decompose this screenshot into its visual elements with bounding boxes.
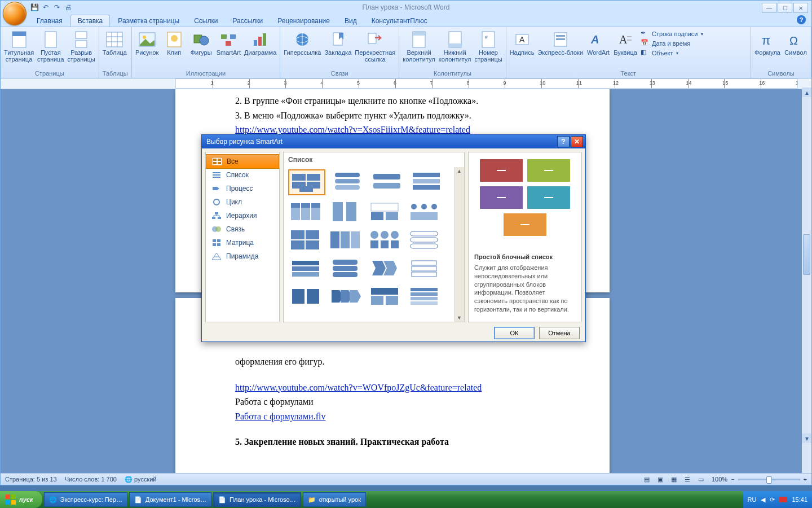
layout-item[interactable] [367,256,402,280]
signature-line-button[interactable]: ✒Строка подписи▾ [641,29,703,38]
tray-icon[interactable]: ⟳ [770,496,775,503]
status-wordcount[interactable]: Число слов: 1 700 [65,476,117,483]
undo-icon[interactable]: ↶ [41,3,50,12]
tab-mailings[interactable]: Рассылки [226,15,270,27]
close-button[interactable]: ✕ [793,3,808,13]
start-button[interactable]: пуск [0,491,42,508]
gallery-scrollbar[interactable] [454,167,464,322]
redo-icon[interactable]: ↷ [52,3,61,12]
blank-page-button[interactable]: Пустаястраница [37,28,64,63]
cover-page-button[interactable]: Титульнаястраница [4,28,34,63]
layout-item[interactable] [328,228,363,252]
minimize-button[interactable]: — [762,3,776,13]
cancel-button[interactable]: Отмена [539,327,580,339]
ok-button[interactable]: ОК [494,327,535,339]
chart-button[interactable]: Диаграмма [244,28,276,56]
category-process[interactable]: Процесс [206,182,279,195]
scroll-down-icon[interactable]: ▾ [802,433,811,443]
zoom-in-icon[interactable]: + [804,476,807,483]
category-pyramid[interactable]: Пирамида [206,249,279,263]
help-icon[interactable]: ? [797,15,806,24]
horizontal-ruler[interactable]: 1234567891011121314151617 [175,78,798,89]
kaspersky-icon[interactable] [779,497,787,502]
symbol-button[interactable]: ΩСимвол [784,28,807,56]
page-break-button[interactable]: Разрывстраницы [68,28,95,63]
layout-item[interactable] [367,228,402,252]
object-button[interactable]: ◧Объект▾ [641,49,703,58]
shapes-button[interactable]: Фигуры [189,28,213,56]
doc-hyperlink[interactable]: http://www.youtube.com/watch?v=WOVfpoJZg… [235,383,482,392]
view-outline-icon[interactable]: ☰ [685,476,690,483]
zoom-level[interactable]: 100% [712,476,727,483]
view-draft-icon[interactable]: ▭ [698,476,704,483]
layout-item[interactable] [328,256,363,280]
category-relationship[interactable]: Связь [206,222,279,236]
view-printlayout-icon[interactable]: ▤ [644,476,650,483]
pagenumber-button[interactable]: #Номерстраницы [474,28,502,63]
datetime-button[interactable]: 📅Дата и время [641,39,703,48]
clip-button[interactable]: Клип [162,28,186,56]
tab-home[interactable]: Главная [30,15,69,27]
tab-pagelayout[interactable]: Разметка страницы [111,15,186,27]
tab-references[interactable]: Ссылки [187,15,224,27]
tray-icon[interactable]: ◀ [761,496,765,503]
category-hierarchy[interactable]: Иерархия [206,209,279,222]
quickparts-button[interactable]: Экспресс-блоки [537,28,583,56]
picture-button[interactable]: Рисунок [135,28,159,56]
tab-consultant[interactable]: КонсультантПлюс [365,15,434,27]
tab-view[interactable]: Вид [338,15,364,27]
layout-item[interactable] [407,284,442,308]
dialog-help-icon[interactable]: ? [557,136,570,147]
view-fullscreen-icon[interactable]: ▣ [657,476,663,483]
category-list-item[interactable]: Список [206,168,279,182]
scroll-thumb[interactable] [803,234,810,275]
taskbar-item[interactable]: 📁открытый урок [303,492,366,507]
scroll-up-icon[interactable]: ▴ [802,87,811,97]
doc-hyperlink[interactable]: Работа с формулами.flv [235,411,325,421]
layout-item[interactable] [288,169,325,195]
dialog-close-icon[interactable]: ✕ [571,136,583,147]
layout-item[interactable] [409,169,444,193]
category-matrix[interactable]: Матрица [206,236,279,249]
layout-item[interactable] [328,284,363,308]
textbox-button[interactable]: AНадпись [510,28,535,56]
crossref-button[interactable]: Перекрестнаяссылка [355,28,395,63]
layout-item[interactable] [367,200,402,224]
layout-item[interactable] [288,200,323,224]
bookmark-button[interactable]: Закладка [324,28,351,56]
quickprint-icon[interactable]: 🖨 [64,3,73,12]
zoom-slider[interactable] [738,479,800,480]
layout-item[interactable] [369,169,404,193]
table-button[interactable]: Таблица [103,28,127,56]
tab-insert[interactable]: Вставка [70,15,111,27]
taskbar-item[interactable]: 📄Документ1 - Micros… [129,492,211,507]
view-web-icon[interactable]: ▦ [671,476,677,483]
taskbar-item[interactable]: 📄План урока - Microso… [213,492,301,507]
doc-hyperlink[interactable]: http://www.youtube.com/watch?v=XsosFiiix… [235,125,470,134]
dialog-titlebar[interactable]: Выбор рисунка SmartArt ? ✕ [202,135,585,148]
header-button[interactable]: Верхнийколонтитул [403,28,435,63]
layout-item[interactable] [367,284,402,308]
dropcap-button[interactable]: AБуквица [614,28,637,56]
maximize-button[interactable]: ☐ [778,3,792,13]
layout-item[interactable] [407,200,442,224]
footer-button[interactable]: Нижнийколонтитул [439,28,471,63]
smartart-button[interactable]: SmartArt [217,28,241,56]
wordart-button[interactable]: AWordArt [586,28,610,56]
layout-item[interactable] [407,256,442,280]
tray-clock[interactable]: 15:41 [792,496,807,503]
office-button[interactable] [3,2,27,25]
category-cycle[interactable]: Цикл [206,195,279,209]
layout-item[interactable] [330,169,365,193]
status-language[interactable]: 🌐 русский [125,476,157,483]
category-all[interactable]: Все [206,154,279,169]
equation-button[interactable]: πФормула [754,28,780,56]
vertical-scrollbar[interactable]: ▴ ▾ [802,87,811,474]
tray-language[interactable]: RU [748,496,757,503]
zoom-out-icon[interactable]: − [731,476,734,483]
status-page[interactable]: Страница: 5 из 13 [5,476,57,483]
layout-item[interactable] [328,200,363,224]
tab-review[interactable]: Рецензирование [271,15,337,27]
layout-item[interactable] [288,256,323,280]
layout-item[interactable] [288,228,323,252]
